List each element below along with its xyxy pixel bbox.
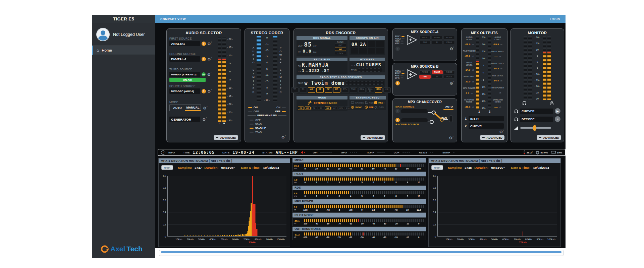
- group-slot: 0A: [351, 41, 358, 47]
- volume-knob[interactable]: [533, 125, 536, 131]
- pty-section: PTYN-PTY PTY CULTURES PTYN: [350, 58, 385, 74]
- pi-value: 3232: [309, 68, 320, 73]
- rest-indicator: iREST: [374, 101, 385, 104]
- list-button[interactable]: ≡: [555, 116, 560, 122]
- mode-badges: PSRTTPTADSAFRT1PS1: [298, 107, 346, 110]
- tcpip-label: TCPIP: [366, 151, 374, 154]
- ram-indicator: 19%: [551, 151, 562, 154]
- temperature-indicator: 36.2°: [523, 150, 533, 154]
- duration-value: 00:11'27": [491, 166, 505, 170]
- volume-icon: [514, 126, 518, 130]
- reset-button[interactable]: reset: [161, 165, 173, 170]
- deviation-meter: 79.4kHz 0102030405060708090100: [292, 162, 426, 172]
- preemphasis-50us[interactable]: 50uS: [250, 123, 289, 126]
- backup-source-label: BACKUP SOURCE: [395, 123, 428, 126]
- gear-icon[interactable]: [202, 117, 207, 122]
- sidebar-item-home[interactable]: ⌂ Home: [92, 46, 155, 55]
- mpx1-histogram-panel: MPX-1 DEVIATION HISTOGRAM ( REF: +6.0 dB…: [158, 158, 290, 247]
- marker-label: 75kHz: [519, 241, 527, 244]
- gpi-dots: [320, 152, 332, 153]
- meter-label-r: R: [223, 122, 225, 125]
- service-badge: TMC: [350, 87, 357, 93]
- reset-button[interactable]: reset: [431, 165, 443, 170]
- power-limiter-meter: [273, 36, 277, 102]
- decode-field[interactable]: DECODE: [520, 117, 553, 122]
- panel-title: MPX CHANGEOVER: [393, 100, 457, 104]
- username: Not Logged User: [113, 32, 145, 37]
- output-metric-label: RDS LEVEL: [463, 75, 476, 78]
- login-button[interactable]: LOGIN: [550, 17, 560, 21]
- main-source-display: [401, 109, 428, 113]
- mpx1-meters-title: MPX-1: [292, 158, 426, 162]
- y-axis-labels: 1.00.80.60.40.20: [429, 175, 436, 238]
- gear-icon[interactable]: [207, 89, 212, 93]
- user-row: Not Logged User: [92, 23, 155, 46]
- service-badge: TP: [291, 87, 299, 93]
- gpo-dots: [350, 152, 357, 153]
- advanced-button[interactable]: ADVANCED: [361, 135, 385, 140]
- aux2-label: AUX2: [395, 38, 400, 40]
- mpx2-chart: 10kHz20kHz30kHz40kHz50kHz60kHz70kHz80kHz…: [437, 176, 557, 237]
- output-metric-value: -08.6: [465, 43, 470, 46]
- duration-value: 00:11'26": [221, 166, 235, 170]
- second-source-field[interactable]: DIGITAL-1: [169, 56, 200, 62]
- mpx-badge: PILOT: [432, 70, 443, 74]
- advanced-button[interactable]: ADVANCED: [480, 135, 504, 140]
- compact-view-button[interactable]: COMPACT VIEW: [160, 17, 186, 21]
- generator-button[interactable]: GENERATOR: [169, 117, 200, 122]
- gear-icon[interactable]: [449, 81, 454, 85]
- samba-indicator: SAMBA: [351, 101, 364, 104]
- mode-auto-button[interactable]: AUTO: [170, 105, 185, 111]
- output-metric-value: -94.5: [493, 67, 499, 70]
- audio-limiter-switch[interactable]: ON OFF: [248, 106, 259, 113]
- gear-icon[interactable]: [281, 135, 286, 139]
- datetime-value: 19/08/2024: [533, 166, 549, 170]
- fourth-source-field[interactable]: MPX-DEC (AUX-1): [169, 88, 200, 94]
- output-metric-label: PILOT LEVEL: [463, 62, 476, 66]
- gear-icon[interactable]: [449, 47, 454, 51]
- gear-icon[interactable]: [207, 42, 212, 46]
- preemphasis-75us[interactable]: 75uS: [250, 131, 289, 134]
- gear-icon[interactable]: [203, 106, 208, 110]
- advanced-button[interactable]: ADVANCED: [537, 135, 561, 140]
- gear-icon[interactable]: [499, 130, 504, 134]
- mode-manual-button[interactable]: MANUAL: [185, 105, 201, 111]
- output2-field[interactable]: CHOVR: [469, 123, 504, 129]
- ps-section: PS-DS-PI-DI PS R.MARYJA DS 1 PI 3232 DI …: [297, 58, 347, 74]
- chover-field[interactable]: CHOVER: [520, 109, 553, 114]
- group-slot: [376, 48, 384, 54]
- gear-icon[interactable]: [207, 72, 212, 77]
- gpi-label: GPI: [313, 151, 318, 154]
- play-button[interactable]: ▶: [555, 108, 560, 114]
- audio-limiter-meter: [257, 36, 261, 102]
- advanced-button[interactable]: ADVANCED: [214, 135, 238, 140]
- mpx2-histogram-title: MPX-2 DEVIATION HISTOGRAM ( REF: +6.0 dB…: [429, 158, 560, 163]
- changeover-switch[interactable]: AUTO MAN: [428, 105, 454, 126]
- snmp-label: SNMP: [442, 151, 450, 154]
- advanced-icon: [539, 137, 542, 139]
- power-limiter-switch[interactable]: ON OFF: [275, 106, 286, 113]
- output1-field[interactable]: INT-R: [469, 116, 504, 121]
- volume-slider[interactable]: [520, 127, 551, 129]
- third-source-field[interactable]: MMEDIA (STREAM-2): [169, 72, 200, 77]
- info-icon[interactable]: i: [161, 150, 165, 155]
- output-metric-value: ----: [494, 91, 498, 94]
- output1-meter: [476, 36, 479, 109]
- gear-icon[interactable]: [449, 136, 453, 140]
- preemphasis-title: PREEMPHASIS: [256, 114, 278, 117]
- third-source-label: THIRD SOURCE: [169, 68, 216, 71]
- audio-selector-panel: AUDIO SELECTOR FIRST SOURCE ANALOG ! SEC…: [166, 28, 241, 142]
- cpu-icon: [536, 151, 539, 154]
- x-axis-labels: 10kHz20kHz30kHz40kHz50kHz60kHz70kHz80kHz…: [449, 238, 551, 241]
- output-metric-value: -94.4: [493, 79, 499, 82]
- panel-title: MPX SOURCE-A: [393, 30, 457, 34]
- output-metric-value: -58.2: [465, 55, 470, 58]
- rds-encoder-panel: RDS ENCODER RDS SIGNAL LEV 85 mV PH 0.0: [293, 28, 388, 142]
- mode-badge: TP: [311, 107, 317, 110]
- first-source-field[interactable]: ANALOG: [169, 41, 200, 46]
- preemphasis-50us-hf[interactable]: 50uS HF: [250, 127, 289, 130]
- preemphasis-off[interactable]: OFF: [250, 119, 289, 122]
- service-badge: CT: [316, 87, 324, 93]
- snmp-dots: [453, 152, 454, 153]
- gear-icon[interactable]: [207, 57, 212, 61]
